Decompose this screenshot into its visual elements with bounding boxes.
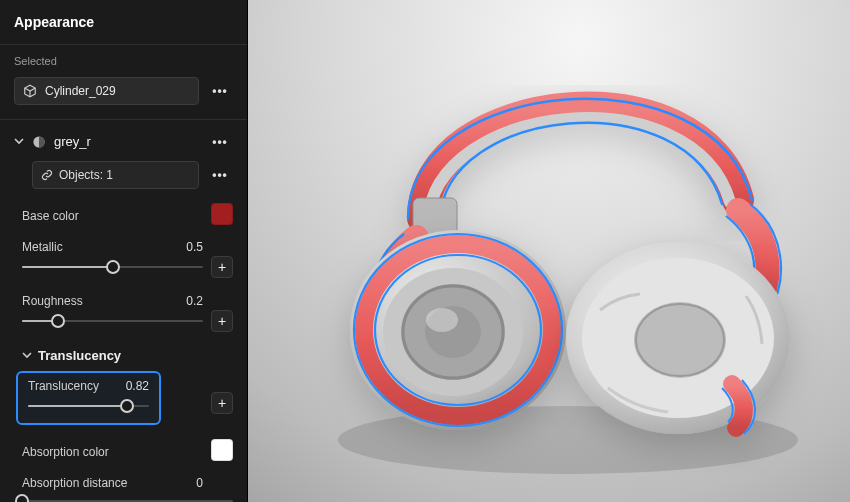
material-sphere-icon <box>32 135 46 149</box>
svg-point-14 <box>634 302 726 378</box>
material-name[interactable]: grey_r <box>54 134 199 149</box>
chevron-down-icon[interactable] <box>14 135 24 149</box>
3d-viewport[interactable] <box>248 0 850 502</box>
absorption-color-swatch[interactable] <box>211 439 233 461</box>
appearance-panel: Appearance Selected Cylinder_029 ••• gre… <box>0 0 248 502</box>
selected-label: Selected <box>0 45 247 73</box>
translucency-section-label: Translucency <box>38 348 121 363</box>
link-icon <box>41 169 53 181</box>
selected-object-chip[interactable]: Cylinder_029 <box>14 77 199 105</box>
translucency-value: 0.82 <box>126 379 149 393</box>
translucency-slider[interactable] <box>28 397 149 415</box>
headphones-render <box>248 0 850 502</box>
objects-count-label: Objects: 1 <box>59 168 113 182</box>
material-more-icon[interactable]: ••• <box>207 135 233 149</box>
absorption-distance-value: 0 <box>196 476 203 490</box>
metallic-value: 0.5 <box>186 240 203 254</box>
roughness-value: 0.2 <box>186 294 203 308</box>
panel-title: Appearance <box>0 0 247 45</box>
chevron-down-icon[interactable] <box>22 348 32 363</box>
absorption-distance-slider[interactable] <box>22 492 233 502</box>
translucency-add-button[interactable]: + <box>211 392 233 414</box>
objects-more-icon[interactable]: ••• <box>207 168 233 182</box>
divider <box>0 119 247 120</box>
absorption-color-label: Absorption color <box>22 445 109 459</box>
objects-count-chip[interactable]: Objects: 1 <box>32 161 199 189</box>
roughness-label: Roughness <box>22 294 83 308</box>
selected-object-name: Cylinder_029 <box>45 84 116 98</box>
metallic-label: Metallic <box>22 240 63 254</box>
absorption-distance-label: Absorption distance <box>22 476 127 490</box>
selected-object-more-icon[interactable]: ••• <box>207 84 233 98</box>
metallic-slider[interactable] <box>22 258 203 276</box>
base-color-swatch[interactable] <box>211 203 233 225</box>
roughness-slider[interactable] <box>22 312 203 330</box>
translucency-label: Translucency <box>28 379 99 393</box>
cube-icon <box>23 84 37 98</box>
roughness-add-button[interactable]: + <box>211 310 233 332</box>
metallic-add-button[interactable]: + <box>211 256 233 278</box>
base-color-label: Base color <box>22 209 79 223</box>
translucency-highlight: Translucency 0.82 <box>16 371 161 425</box>
svg-point-11 <box>426 308 458 332</box>
